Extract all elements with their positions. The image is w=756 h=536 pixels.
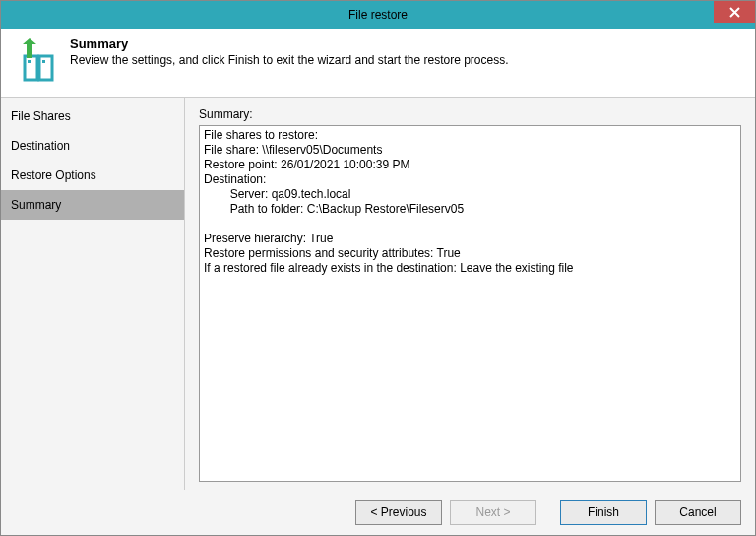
svg-rect-2 xyxy=(28,60,31,63)
nav-item-summary[interactable]: Summary xyxy=(1,190,184,220)
nav-item-restore-options[interactable]: Restore Options xyxy=(1,161,184,190)
restore-icon xyxy=(13,38,58,87)
wizard-step-title: Summary xyxy=(70,36,509,51)
title-bar: File restore xyxy=(1,1,755,29)
wizard-body: File Shares Destination Restore Options … xyxy=(1,97,755,490)
close-icon xyxy=(729,7,740,18)
wizard-step-desc: Review the settings, and click Finish to… xyxy=(70,53,509,67)
summary-textbox[interactable]: File shares to restore: File share: \\fi… xyxy=(199,125,741,482)
wizard-footer: < Previous Next > Finish Cancel xyxy=(1,490,755,535)
svg-rect-3 xyxy=(42,60,45,63)
finish-button[interactable]: Finish xyxy=(560,500,647,525)
svg-rect-1 xyxy=(39,56,52,80)
nav-item-destination[interactable]: Destination xyxy=(1,131,184,161)
cancel-button[interactable]: Cancel xyxy=(655,500,741,525)
window-title: File restore xyxy=(348,8,408,22)
close-button[interactable] xyxy=(714,1,755,23)
nav-item-file-shares[interactable]: File Shares xyxy=(1,101,184,131)
wizard-nav: File Shares Destination Restore Options … xyxy=(1,98,185,490)
wizard-header: Summary Review the settings, and click F… xyxy=(1,29,755,97)
wizard-main: Summary: File shares to restore: File sh… xyxy=(185,98,755,490)
previous-button[interactable]: < Previous xyxy=(355,500,442,525)
next-button: Next > xyxy=(450,500,536,525)
wizard-window: File restore Summary Review the settings… xyxy=(0,0,756,536)
summary-label: Summary: xyxy=(199,107,741,121)
wizard-header-text: Summary Review the settings, and click F… xyxy=(70,36,509,67)
svg-rect-0 xyxy=(25,56,37,80)
